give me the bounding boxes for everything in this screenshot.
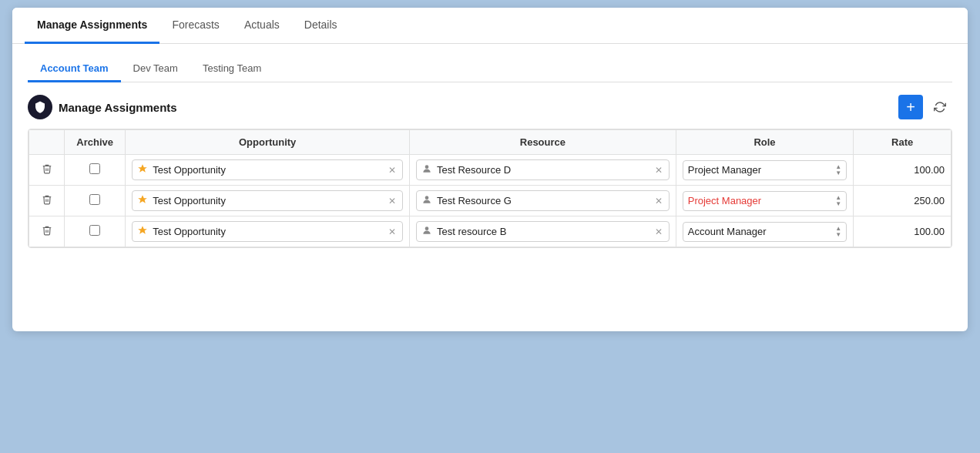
opportunity-field-3[interactable]: Test Opportunity ✕: [132, 221, 403, 242]
resource-field-3[interactable]: Test resource B ✕: [416, 221, 670, 242]
col-header-opportunity: Opportunity: [126, 130, 410, 155]
delete-row-1-button[interactable]: [39, 162, 55, 178]
section-header: Manage Assignments +: [28, 95, 952, 119]
row-3-role-cell: Account Manager ▲ ▼: [676, 216, 853, 247]
section-title-group: Manage Assignments: [28, 95, 177, 119]
svg-point-1: [425, 196, 429, 200]
sub-tab-account-team[interactable]: Account Team: [28, 56, 121, 82]
archive-checkbox-2[interactable]: [89, 194, 100, 205]
svg-point-2: [425, 226, 429, 230]
person-icon-1: [421, 163, 432, 176]
sub-tab-testing-team[interactable]: Testing Team: [190, 56, 274, 82]
resource-text-1: Test Resource D: [437, 164, 649, 176]
crown-icon-3: [137, 225, 148, 238]
assignments-table: Archive Opportunity Resource Role Rate: [29, 129, 951, 247]
crown-icon-2: [137, 194, 148, 207]
table-row: Test Opportunity ✕: [29, 186, 951, 216]
role-spinner-3: ▲ ▼: [835, 226, 841, 238]
role-field-3[interactable]: Account Manager ▲ ▼: [683, 222, 847, 242]
resource-text-3: Test resource B: [437, 226, 649, 237]
row-3-opportunity-cell: Test Opportunity ✕: [126, 216, 410, 247]
table-row: Test Opportunity ✕: [29, 155, 951, 186]
role-spinner-1: ▲ ▼: [835, 164, 841, 176]
row-1-archive-cell: [65, 155, 126, 186]
opportunity-text-1: Test Opportunity: [153, 164, 382, 176]
row-1-delete-cell: [29, 155, 65, 186]
role-field-2[interactable]: Project Manager ▲ ▼: [683, 191, 847, 211]
tab-actuals[interactable]: Actuals: [232, 8, 292, 44]
row-2-archive-cell: [65, 186, 126, 216]
person-icon-2: [421, 194, 432, 207]
table-row: Test Opportunity ✕: [29, 216, 951, 247]
delete-row-3-button[interactable]: [39, 223, 55, 240]
svg-point-0: [425, 165, 429, 169]
row-2-role-cell: Project Manager ▲ ▼: [676, 186, 853, 216]
row-3-rate-cell: 100.00: [854, 216, 951, 247]
row-1-resource-cell: Test Resource D ✕: [410, 155, 676, 186]
top-nav: Manage Assignments Forecasts Actuals Det…: [12, 8, 968, 44]
crown-icon-1: [137, 163, 148, 176]
clear-opportunity-2-button[interactable]: ✕: [387, 196, 398, 206]
add-button[interactable]: +: [898, 95, 923, 119]
archive-checkbox-3[interactable]: [89, 225, 100, 236]
delete-row-2-button[interactable]: [39, 193, 55, 209]
resource-field-2[interactable]: Test Resource G ✕: [416, 190, 670, 211]
clear-opportunity-3-button[interactable]: ✕: [387, 226, 398, 237]
header-actions: +: [898, 95, 952, 119]
opportunity-text-3: Test Opportunity: [153, 226, 382, 237]
role-text-2: Project Manager: [688, 195, 833, 206]
role-spinner-2: ▲ ▼: [835, 195, 841, 207]
col-header-role: Role: [676, 130, 853, 155]
clear-opportunity-1-button[interactable]: ✕: [387, 165, 398, 176]
person-icon-3: [421, 225, 432, 238]
opportunity-text-2: Test Opportunity: [153, 195, 382, 206]
role-down-2-button[interactable]: ▼: [835, 201, 841, 207]
content-area: Account Team Dev Team Testing Team Manag…: [12, 44, 968, 260]
table-wrapper: Archive Opportunity Resource Role Rate: [28, 129, 952, 248]
archive-checkbox-1[interactable]: [89, 163, 100, 174]
tab-details[interactable]: Details: [292, 8, 350, 44]
section-title: Manage Assignments: [59, 101, 177, 114]
shield-icon: [28, 95, 52, 119]
role-field-1[interactable]: Project Manager ▲ ▼: [683, 160, 847, 180]
role-text-3: Account Manager: [688, 226, 833, 237]
resource-field-1[interactable]: Test Resource D ✕: [416, 159, 670, 180]
row-1-role-cell: Project Manager ▲ ▼: [676, 155, 853, 186]
app-container: Manage Assignments Forecasts Actuals Det…: [12, 8, 968, 331]
clear-resource-3-button[interactable]: ✕: [653, 226, 664, 237]
role-text-1: Project Manager: [688, 164, 833, 176]
col-header-rate: Rate: [854, 130, 951, 155]
role-down-3-button[interactable]: ▼: [835, 232, 841, 238]
clear-resource-2-button[interactable]: ✕: [653, 196, 664, 206]
row-2-opportunity-cell: Test Opportunity ✕: [126, 186, 410, 216]
refresh-button[interactable]: [928, 95, 952, 119]
col-header-delete: [29, 130, 65, 155]
opportunity-field-2[interactable]: Test Opportunity ✕: [132, 190, 403, 211]
role-down-1-button[interactable]: ▼: [835, 170, 841, 176]
row-2-rate-cell: 250.00: [854, 186, 951, 216]
row-3-delete-cell: [29, 216, 65, 247]
resource-text-2: Test Resource G: [437, 195, 649, 206]
sub-tab-dev-team[interactable]: Dev Team: [121, 56, 190, 82]
row-3-archive-cell: [65, 216, 126, 247]
row-2-resource-cell: Test Resource G ✕: [410, 186, 676, 216]
row-1-rate-cell: 100.00: [854, 155, 951, 186]
tab-manage-assignments[interactable]: Manage Assignments: [25, 8, 159, 44]
opportunity-field-1[interactable]: Test Opportunity ✕: [132, 159, 403, 180]
tab-forecasts[interactable]: Forecasts: [159, 8, 231, 44]
sub-tabs: Account Team Dev Team Testing Team: [28, 56, 952, 82]
row-1-opportunity-cell: Test Opportunity ✕: [126, 155, 410, 186]
row-3-resource-cell: Test resource B ✕: [410, 216, 676, 247]
col-header-resource: Resource: [410, 130, 676, 155]
col-header-archive: Archive: [65, 130, 126, 155]
clear-resource-1-button[interactable]: ✕: [653, 165, 664, 176]
row-2-delete-cell: [29, 186, 65, 216]
